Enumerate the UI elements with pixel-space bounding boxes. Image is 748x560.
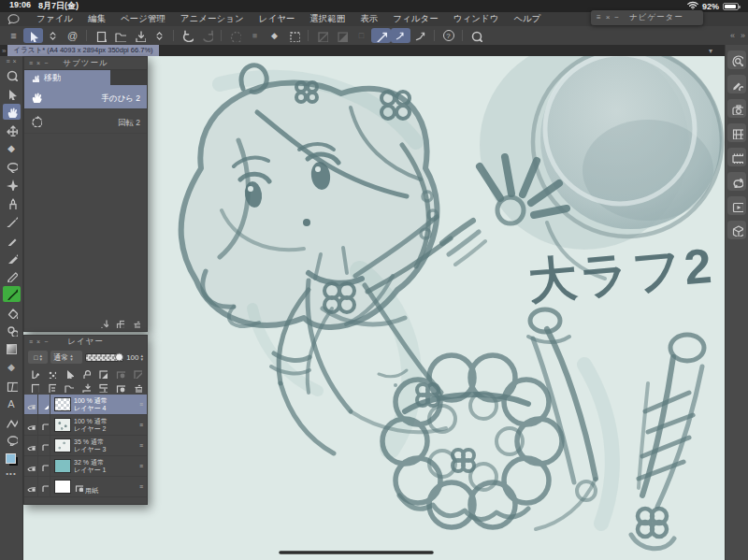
layer-thumbnail[interactable] xyxy=(54,418,71,432)
selection-border-button[interactable] xyxy=(284,28,304,43)
layer-thumbnail[interactable] xyxy=(54,397,71,411)
layer-drag-handle[interactable]: ≡ xyxy=(139,463,143,469)
layer-drag-handle[interactable]: ≡ xyxy=(139,442,143,449)
blend-mode-select[interactable]: 通常 ▴▾ xyxy=(50,351,82,364)
layer-visible-icon[interactable] xyxy=(24,395,38,414)
onion-skin-button[interactable] xyxy=(727,123,746,142)
auto-select-tool[interactable] xyxy=(3,177,21,193)
duplicate-subtool-icon[interactable] xyxy=(115,319,124,328)
search-button[interactable] xyxy=(467,28,486,43)
layer-visible-icon[interactable] xyxy=(24,415,38,435)
layer-thumbnail[interactable] xyxy=(54,459,71,473)
layer-opacity-value[interactable]: 100 ▴▾ xyxy=(126,353,143,362)
help-button[interactable]: ? xyxy=(439,28,458,43)
navigator-close-icon[interactable]: × xyxy=(606,14,611,22)
menu-edit[interactable]: 編集 xyxy=(80,13,113,25)
gradient-tool[interactable] xyxy=(3,341,21,357)
layer-row-1[interactable]: 32 % 通常レイヤー 1 ≡ xyxy=(24,456,147,477)
tab-scroll-icon[interactable]: » xyxy=(0,47,7,55)
layer-row-3[interactable]: 35 % 通常レイヤー 3 ≡ xyxy=(24,436,147,456)
layer-visible-icon[interactable] xyxy=(24,436,38,455)
balloon-tool[interactable] xyxy=(3,432,21,448)
timeline-button[interactable] xyxy=(727,148,746,166)
new-canvas-button[interactable] xyxy=(91,28,110,43)
lasso-select-tool[interactable] xyxy=(3,159,21,175)
tool-strip-overflow-icon[interactable]: ••• xyxy=(0,469,22,478)
zoom-tool[interactable] xyxy=(3,67,21,83)
play-animation-button[interactable] xyxy=(727,196,746,215)
snap-grid-button[interactable] xyxy=(410,28,430,43)
layer-thumbnail[interactable] xyxy=(54,438,71,452)
polyline-tool[interactable] xyxy=(3,414,21,430)
tool-palette-close-icon[interactable]: × xyxy=(13,58,17,65)
move-layer-tool[interactable] xyxy=(3,122,21,138)
merge-down-icon[interactable] xyxy=(97,382,108,393)
lock-transparent-icon[interactable] xyxy=(97,368,108,379)
menu-filter[interactable]: フィルター xyxy=(385,13,445,25)
menu-view[interactable]: 表示 xyxy=(352,13,385,25)
tab-list-dropdown-icon[interactable]: ▾ xyxy=(709,47,712,55)
lock-layer-icon[interactable] xyxy=(80,368,91,379)
new-raster-layer-icon[interactable] xyxy=(29,382,39,393)
layer-editing-icon[interactable] xyxy=(38,395,50,414)
pencil-tool[interactable] xyxy=(3,268,21,284)
ruler-off-button[interactable] xyxy=(312,28,332,43)
navigator-menu-icon[interactable]: ≡ xyxy=(597,14,601,22)
save-options-button[interactable] xyxy=(150,28,169,43)
invert-selection-button[interactable]: ■ xyxy=(245,28,265,43)
eraser-tool[interactable]: ◆ xyxy=(3,140,21,156)
layer-checkbox[interactable] xyxy=(38,477,50,496)
frame-border-tool[interactable] xyxy=(3,378,21,394)
menu-layer[interactable]: レイヤー xyxy=(252,13,303,25)
subtool-group-tab-move[interactable]: 移動 xyxy=(24,70,110,85)
delete-subtool-icon[interactable] xyxy=(131,319,140,328)
pen-settings-button[interactable] xyxy=(727,75,746,93)
toolbar-collapse-icon[interactable]: « xyxy=(730,31,735,40)
snap-ruler-button[interactable] xyxy=(371,28,391,43)
clip-to-layer-icon[interactable] xyxy=(29,368,39,379)
material-button[interactable]: @ xyxy=(63,28,82,43)
layer-row-4[interactable]: 100 % 通常レイヤー 4 ≡ xyxy=(24,395,147,415)
layer-visible-icon[interactable] xyxy=(24,456,38,476)
clear-selection-button[interactable]: ◆ xyxy=(265,28,284,43)
navigator-minimize-icon[interactable]: − xyxy=(614,14,619,22)
hand-tool[interactable] xyxy=(3,104,21,120)
operate-tool[interactable] xyxy=(3,86,21,102)
layer-type-selector[interactable]: □ ▴▾ xyxy=(28,351,48,364)
redo-button[interactable] xyxy=(197,28,217,43)
subtool-item-palm[interactable]: 手のひら 2 xyxy=(24,85,147,109)
figure-tool[interactable]: ◆ xyxy=(3,359,21,375)
layer-opacity-slider[interactable] xyxy=(85,353,123,362)
navigator-palette[interactable]: ≡ × − ナビゲーター xyxy=(591,10,703,25)
toolbar-menu-button[interactable]: ≡ xyxy=(4,28,23,43)
color-swatch[interactable] xyxy=(6,453,18,466)
ruler-range-icon[interactable] xyxy=(132,368,142,379)
layer-checkbox[interactable] xyxy=(38,415,50,435)
decoration-tool[interactable] xyxy=(3,195,21,211)
layer-visible-icon[interactable] xyxy=(24,477,38,496)
menu-window[interactable]: ウィンドウ xyxy=(446,13,507,25)
menu-help[interactable]: ヘルプ xyxy=(506,13,548,25)
layer-row-paper[interactable]: 用紙 ≡ xyxy=(24,477,147,497)
blend-tool[interactable] xyxy=(3,323,21,338)
pen-tool[interactable] xyxy=(3,250,21,266)
tone-icon[interactable] xyxy=(46,368,56,379)
marker-tool[interactable] xyxy=(3,232,21,248)
clip-studio-logo[interactable] xyxy=(7,14,20,24)
delete-layer-icon[interactable] xyxy=(132,382,142,393)
playback-loop-button[interactable] xyxy=(727,172,746,191)
menu-animation[interactable]: アニメーション xyxy=(173,13,252,25)
document-tab[interactable]: イラスト* (A4 4093 x 2894px 350dpi 66.7%) xyxy=(7,45,158,56)
save-button[interactable] xyxy=(130,28,150,43)
quick-zoom-button[interactable] xyxy=(727,50,746,69)
fill-tool[interactable] xyxy=(3,305,21,321)
new-folder-icon[interactable] xyxy=(64,382,74,393)
enable-mask-icon[interactable] xyxy=(115,368,125,379)
snap-special-ruler-button[interactable] xyxy=(391,28,410,43)
open-file-button[interactable] xyxy=(110,28,130,43)
tool-palette-menu-icon[interactable]: ≡ xyxy=(6,58,9,65)
text-tool[interactable]: A xyxy=(3,395,21,411)
toolbar-expand-button[interactable] xyxy=(43,28,63,43)
layer-drag-handle[interactable]: ≡ xyxy=(139,401,143,408)
reference-layer-icon[interactable] xyxy=(64,368,74,379)
